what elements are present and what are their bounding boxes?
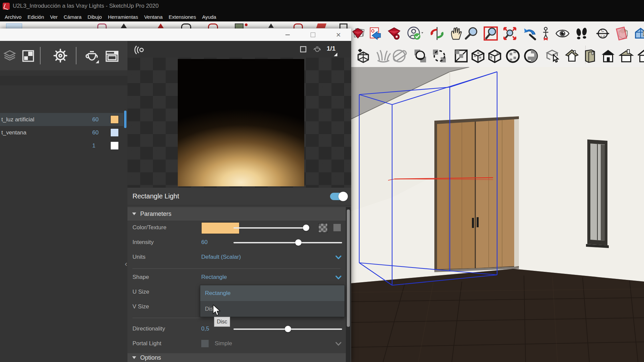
units-chevron-down-icon[interactable] <box>335 255 342 260</box>
menu-extensiones[interactable]: Extensiones <box>166 13 199 21</box>
back-view-box-button[interactable] <box>581 47 599 65</box>
params-scrollbar-thumb[interactable] <box>347 209 350 327</box>
vray-window-titlebar[interactable]: × <box>0 28 351 41</box>
vray-checker-cube-b-button[interactable] <box>486 47 503 65</box>
frame-buffer-icon[interactable] <box>105 49 119 64</box>
menu-dibujo[interactable]: Dibujo <box>85 13 105 21</box>
tool-stub-icon[interactable] <box>245 23 248 26</box>
intensity-row: Intensity 60 <box>127 235 347 250</box>
light-color-swatch[interactable] <box>110 115 119 124</box>
tool-stub-icon[interactable] <box>339 23 347 29</box>
intensity-value[interactable]: 60 <box>201 239 208 246</box>
units-row[interactable]: Units Default (Scalar) <box>127 250 347 265</box>
menu-camara[interactable]: Cámara <box>61 13 84 21</box>
light-color-swatch[interactable] <box>110 141 119 150</box>
floor <box>351 269 644 362</box>
texture-slot-icon[interactable] <box>333 224 341 231</box>
light-list-item[interactable]: t_ventana 60 <box>0 126 123 139</box>
previous-view-button[interactable] <box>521 24 539 43</box>
dropdown-option-disc[interactable]: Disc <box>200 301 344 317</box>
menu-edicion[interactable]: Edición <box>25 13 47 21</box>
directionality-slider[interactable] <box>233 328 342 330</box>
vray-proxy-button[interactable] <box>431 47 448 65</box>
color-slider[interactable] <box>233 227 309 229</box>
vray-checker-sphere-button[interactable] <box>504 47 522 65</box>
partial-house-button[interactable] <box>636 47 644 65</box>
list-scrollbar-thumb[interactable] <box>124 111 126 128</box>
menu-ver[interactable]: Ver <box>47 13 60 21</box>
intensity-slider[interactable] <box>233 242 342 243</box>
light-color-swatch[interactable] <box>110 128 119 137</box>
textures-icon[interactable] <box>21 49 35 63</box>
units-value[interactable]: Default (Scalar) <box>201 254 241 260</box>
viewport-3d[interactable] <box>351 67 644 362</box>
portal-light-checkbox[interactable] <box>201 340 209 347</box>
trimble-account-button[interactable] <box>405 24 425 43</box>
vray-sphere-button[interactable] <box>412 47 429 65</box>
look-around-button[interactable] <box>554 24 571 43</box>
shape-value[interactable]: Rectangle <box>201 274 227 281</box>
section-plane-button[interactable] <box>613 24 630 43</box>
section-rotate-button[interactable]: CA-Б <box>594 24 611 43</box>
light-asset-icon <box>134 44 146 56</box>
portal-chevron-down-icon[interactable] <box>335 341 342 347</box>
zoom-tool-button[interactable] <box>463 24 480 43</box>
front-view-house-button[interactable] <box>599 47 617 65</box>
svg-text:A-Б: A-Б <box>600 35 605 38</box>
tool-stub-icon[interactable] <box>181 23 191 28</box>
select-component-button[interactable] <box>544 47 561 65</box>
walk-tool-button[interactable] <box>573 24 590 43</box>
import-object-button[interactable] <box>355 47 372 65</box>
minimize-button[interactable] <box>280 28 295 41</box>
materials-icon[interactable] <box>3 49 17 63</box>
dropdown-option-rectangle[interactable]: Rectangle <box>200 285 344 301</box>
vray-infinite-plane-button[interactable] <box>390 47 408 65</box>
position-camera-button[interactable] <box>537 24 554 43</box>
stop-render-icon[interactable] <box>299 45 307 53</box>
options-section-header[interactable]: Options <box>127 353 347 362</box>
texture-checker-icon[interactable] <box>318 223 328 233</box>
light-list-item[interactable]: 1 <box>0 139 123 152</box>
portal-light-mode[interactable]: Simple <box>215 340 232 347</box>
pages-dropdown-icon[interactable] <box>333 52 338 57</box>
rear-view-house-button[interactable] <box>618 47 635 65</box>
settings-icon[interactable] <box>53 48 68 63</box>
menu-herramientas[interactable]: Herramientas <box>105 13 141 21</box>
render-preview-teapot-icon[interactable] <box>313 45 322 54</box>
maximize-button[interactable] <box>305 28 321 41</box>
light-list-item[interactable]: t_luz artificial 60 <box>0 113 123 126</box>
iso-view-house-button[interactable] <box>563 47 581 65</box>
zoom-window-button[interactable] <box>482 24 499 43</box>
collapse-panel-arrow[interactable]: ‹ <box>125 260 127 268</box>
tool-stub-icon[interactable] <box>268 23 274 28</box>
tool-stub-icon[interactable] <box>316 23 327 28</box>
shape-chevron-down-icon[interactable] <box>335 275 342 280</box>
tool-stub-icon[interactable] <box>208 23 218 28</box>
render-teapot-icon[interactable] <box>84 48 100 64</box>
vray-fur-button[interactable] <box>375 47 392 65</box>
pan-tool-button[interactable] <box>447 24 465 43</box>
vray-batch-render-button[interactable] <box>367 24 384 43</box>
vray-asset-editor-window: × <box>0 28 351 362</box>
vray-displacement-button[interactable] <box>452 47 470 65</box>
tool-stub-icon[interactable] <box>158 23 164 28</box>
tool-stub-icon[interactable] <box>121 23 127 28</box>
light-enabled-toggle[interactable] <box>330 193 347 200</box>
tool-stub-icon[interactable] <box>293 23 303 28</box>
zoom-extents-button[interactable] <box>501 24 519 43</box>
vray-render-image-button[interactable] <box>349 24 367 43</box>
menu-ayuda[interactable]: Ayuda <box>199 13 219 21</box>
close-button[interactable]: × <box>331 28 346 41</box>
preview-pages[interactable]: 1/1 <box>327 45 335 52</box>
directionality-value[interactable]: 0,5 <box>201 325 209 332</box>
menu-ventana[interactable]: Ventana <box>142 13 165 21</box>
vray-asset-editor-button[interactable] <box>385 24 403 43</box>
parameters-section-header[interactable]: Parameters <box>127 207 347 221</box>
shape-row[interactable]: Shape Rectangle <box>127 270 347 285</box>
menu-archivo[interactable]: Archivo <box>2 13 24 21</box>
section-cuts-button[interactable] <box>632 24 644 43</box>
vray-checker-cube-a-button[interactable] <box>469 47 487 65</box>
preview-header: 1/1 <box>127 41 351 58</box>
orbit-tool-button[interactable] <box>428 24 446 43</box>
vray-checker-half-sphere-button[interactable] <box>522 47 540 65</box>
